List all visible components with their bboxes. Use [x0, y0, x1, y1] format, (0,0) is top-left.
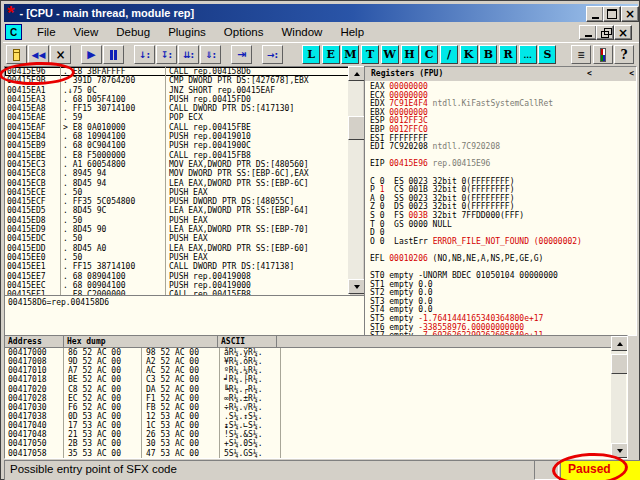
- disasm-row[interactable]: 00415EAE. 59POP ECX: [5, 113, 349, 122]
- dump-col-header-address[interactable]: Address: [5, 336, 64, 347]
- open-file-button[interactable]: [6, 45, 27, 64]
- disasm-row[interactable]: 00415EA8. FF15 30714100CALL DWORD PTR DS…: [5, 104, 349, 113]
- disasm-row[interactable]: 00415EC8. 8945 94MOV DWORD PTR SS:[EBP-6…: [5, 169, 349, 178]
- scrollbar-thumb[interactable]: [348, 116, 365, 140]
- go-to-address-button[interactable]: →:: [262, 45, 283, 64]
- menu-item-help[interactable]: Help: [331, 24, 373, 40]
- disasm-row[interactable]: 00415ED5. 8D45 9CLEA EAX,DWORD PTR SS:[E…: [5, 206, 349, 215]
- dump-row[interactable]: 00417020C8 52 AC 00DA 52 AC 00╚R¼.┌R¼.: [5, 385, 627, 394]
- animate-into-button[interactable]: ⇊:: [178, 45, 199, 64]
- view-slash-button[interactable]: /: [440, 45, 458, 64]
- menu-item-file[interactable]: File: [28, 24, 65, 40]
- scroll-down-button[interactable]: [348, 279, 365, 294]
- scroll-left-hint-icon[interactable]: <: [587, 69, 592, 78]
- view-b-button[interactable]: B: [479, 45, 497, 64]
- register-line[interactable]: EFL 00010206 (NO,NB,NE,A,NS,PE,GE,G): [370, 255, 636, 264]
- dump-row[interactable]: 00417010A7 52 AC 00AC 52 AC 00ºR¼.¼R¼.: [5, 366, 627, 375]
- pause-button[interactable]: [103, 45, 124, 64]
- step-over-button[interactable]: ↧:: [156, 45, 177, 64]
- dump-ascii: !S¼.&S¼.: [220, 430, 281, 439]
- view-k-button[interactable]: K: [460, 45, 478, 64]
- dump-row[interactable]: 004170502B 53 AC 0030 53 AC 00+S¼.0S¼.: [5, 439, 627, 448]
- disasm-row[interactable]: 00415ECF. FF35 5C054800PUSH DWORD PTR DS…: [5, 197, 349, 206]
- appearance-colors-icon: [600, 48, 606, 62]
- close-process-button[interactable]: ×: [50, 45, 71, 64]
- title-bar: * - [CPU - main thread, module rep]: [4, 4, 638, 22]
- register-line[interactable]: T 0 GS 0000 NULL: [370, 221, 636, 230]
- help-button[interactable]: ?: [614, 45, 634, 64]
- view-m-button[interactable]: M: [341, 45, 359, 64]
- disasm-row[interactable]: 00415ED8. 50PUSH EAX: [5, 216, 349, 225]
- step-into-button[interactable]: ↓:: [134, 45, 155, 64]
- dump-hex-group: DA 52 AC 00: [142, 385, 220, 394]
- run-button[interactable]: ▶: [81, 45, 102, 64]
- dump-row[interactable]: 0041704821 53 AC 0026 53 AC 00!S¼.&S¼.: [5, 430, 627, 439]
- disasm-row[interactable]: 00415EDC. 50PUSH EAX: [5, 234, 349, 243]
- close-button[interactable]: ×: [621, 6, 639, 22]
- disasm-row[interactable]: 00415EEC. 68 00904100PUSH rep.00419000: [5, 281, 349, 290]
- view-e-button[interactable]: E: [322, 45, 340, 64]
- view-s-button[interactable]: S: [538, 45, 556, 64]
- disasm-row[interactable]: 00415EC3. A1 60054800MOV EAX,DWORD PTR D…: [5, 160, 349, 169]
- disasm-row[interactable]: 00415EB4. 68 10904100PUSH rep.00419010: [5, 132, 349, 141]
- menu-item-plugins[interactable]: Plugins: [159, 24, 215, 40]
- register-line[interactable]: EIP 00415E96 rep.00415E96: [370, 160, 636, 169]
- maximize-button[interactable]: [603, 6, 621, 22]
- disasm-row[interactable]: 00415EB9. 68 0C904100PUSH rep.0041900C: [5, 141, 349, 150]
- view-l-button[interactable]: L: [302, 45, 320, 64]
- olly-main-window: * - [CPU - main thread, module rep] × C …: [0, 0, 640, 480]
- disassembly-scrollbar[interactable]: [348, 66, 363, 294]
- view-w-button[interactable]: W: [381, 45, 399, 64]
- view-dots-button[interactable]: ...: [519, 45, 537, 64]
- menu-item-window[interactable]: Window: [273, 24, 332, 40]
- minimize-button[interactable]: [586, 6, 604, 22]
- dump-row[interactable]: 004170380D 53 AC 0012 53 AC 00.S¼.↕S¼.: [5, 412, 627, 421]
- dump-ascii: ¥R¼.óR¼.: [220, 357, 281, 366]
- register-line[interactable]: O 0 LastErr ERROR_FILE_NOT_FOUND (000000…: [370, 238, 636, 247]
- cpu-window-icon[interactable]: C: [5, 24, 22, 40]
- disasm-row[interactable]: 00415EDD. 8D45 A0LEA EAX,DWORD PTR SS:[E…: [5, 244, 349, 253]
- mdi-restore-button[interactable]: [596, 25, 614, 40]
- disasm-row[interactable]: 00415EE7. 68 08904100PUSH rep.00419008: [5, 272, 349, 281]
- dump-row[interactable]: 00417028EC 52 AC 00F1 52 AC 00∞R¼.±R¼.: [5, 394, 627, 403]
- scrollbar-thumb[interactable]: [611, 354, 628, 374]
- disasm-row[interactable]: 00415EE1. FF15 38714100CALL DWORD PTR DS…: [5, 262, 349, 271]
- disasm-row[interactable]: 00415EE0. 50PUSH EAX: [5, 253, 349, 262]
- menu-item-debug[interactable]: Debug: [107, 24, 159, 40]
- execute-till-return-button[interactable]: ⇥: [231, 45, 252, 64]
- appearance-button[interactable]: [593, 45, 613, 64]
- dump-hex-group: 26 53 AC 00: [142, 430, 220, 439]
- disasm-row[interactable]: 00415EA1.↓75 0CJNZ SHORT rep.00415EAF: [5, 86, 349, 95]
- view-r-button[interactable]: R: [499, 45, 517, 64]
- scroll-up-button[interactable]: [348, 66, 365, 81]
- view-c-button[interactable]: C: [420, 45, 438, 64]
- view-t-button[interactable]: T: [361, 45, 379, 64]
- dump-row[interactable]: 004170604C 53 AC 0055 53 AC 00LS¼.US¼.: [5, 458, 627, 459]
- disasm-row[interactable]: 00415EA3. 68 D05F4100PUSH rep.00415FD0: [5, 95, 349, 104]
- dump-row[interactable]: 0041704017 53 AC 001C 53 AC 00↨S¼.∟S¼.: [5, 421, 627, 430]
- dump-col-header-hex-dump[interactable]: Hex dump: [64, 336, 218, 347]
- dump-row[interactable]: 0041700086 52 AC 0098 52 AC 00åR¼.ÿR¼.: [5, 348, 627, 357]
- disasm-row[interactable]: 00415ED9. 8D45 90LEA EAX,DWORD PTR SS:[E…: [5, 225, 349, 234]
- register-line[interactable]: EDI 7C920208 ntdll.7C920208: [370, 143, 636, 152]
- view-h-button[interactable]: H: [401, 45, 419, 64]
- scroll-left-hint2-icon[interactable]: <: [629, 69, 634, 78]
- menu-item-view[interactable]: View: [65, 24, 108, 40]
- dump-row[interactable]: 00417030F6 52 AC 00FB 52 AC 00÷R¼.√R¼.: [5, 403, 627, 412]
- menu-item-options[interactable]: Options: [215, 24, 273, 40]
- disasm-row[interactable]: 00415EAF> E8 0A010000CALL rep.00415FBE: [5, 123, 349, 132]
- scroll-up-button[interactable]: [611, 336, 628, 351]
- disasm-row[interactable]: 00415ECE. 50PUSH EAX: [5, 188, 349, 197]
- dump-scrollbar[interactable]: [611, 336, 626, 458]
- disasm-row[interactable]: 00415EBE. E8 F5000000CALL rep.00415FB8: [5, 151, 349, 160]
- animate-over-button[interactable]: ⇓:: [200, 45, 221, 64]
- mdi-close-button[interactable]: ×: [614, 25, 632, 40]
- dump-row[interactable]: 004170089D 52 AC 00A2 52 AC 00¥R¼.óR¼.: [5, 357, 627, 366]
- dump-row[interactable]: 00417018BE 52 AC 00C3 52 AC 00╛R¼.├R¼.: [5, 375, 627, 384]
- windows-list-button[interactable]: ≡: [571, 45, 591, 64]
- dump-col-header-ascii[interactable]: ASCII: [218, 336, 277, 347]
- dump-hex-group: C8 52 AC 00: [64, 385, 142, 394]
- mdi-minimize-button[interactable]: [579, 25, 597, 40]
- dump-row[interactable]: 0041705835 53 AC 0047 53 AC 005S¼.GS¼.: [5, 449, 627, 458]
- disasm-row[interactable]: 00415ECB. 8D45 94LEA EAX,DWORD PTR SS:[E…: [5, 179, 349, 188]
